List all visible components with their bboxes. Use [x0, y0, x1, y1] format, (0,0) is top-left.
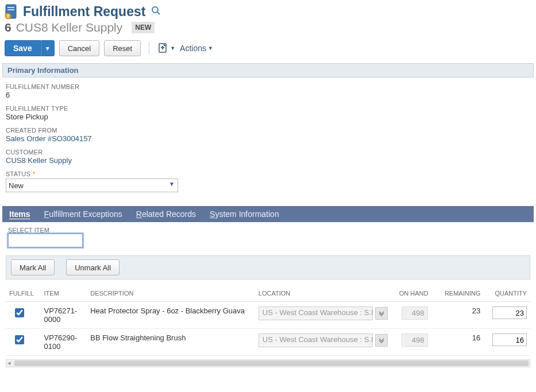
status-badge: NEW: [132, 22, 155, 33]
on-hand-value: 498: [402, 333, 428, 347]
required-star-icon: *: [33, 170, 35, 177]
location-field[interactable]: US - West Coast Warehouse : S.D: [259, 333, 373, 347]
search-icon[interactable]: [151, 6, 160, 17]
svg-rect-4: [7, 14, 9, 17]
divider: [149, 42, 149, 55]
record-type-icon: [5, 3, 18, 20]
cancel-button[interactable]: Cancel: [59, 40, 99, 56]
svg-point-6: [152, 7, 158, 13]
fulfillment-type-value: Store Pickup: [6, 112, 530, 121]
chevron-down-icon: ▼: [208, 45, 213, 51]
quantity-input[interactable]: [492, 333, 527, 346]
status-label: STATUS*: [6, 170, 530, 177]
actions-menu-label: Actions: [180, 44, 206, 53]
col-quantity[interactable]: QUANTITY: [484, 286, 530, 302]
item-description: BB Flow Straightening Brush: [87, 329, 255, 356]
tab-bar: Items Fulfillment Exceptions Related Rec…: [2, 206, 534, 222]
chevron-down-icon: ▼: [170, 45, 175, 51]
select-item-label: SELECT ITEM: [8, 227, 528, 234]
tab-system-information[interactable]: System Information: [210, 209, 279, 219]
item-code: VP76271-0000: [41, 302, 87, 329]
created-from-link[interactable]: Sales Order #SO3004157: [6, 134, 530, 143]
item-description: Heat Protector Spray - 6oz - Blackberry …: [87, 302, 255, 329]
location-field[interactable]: US - West Coast Warehouse : S.D: [259, 306, 373, 320]
location-dropdown-icon[interactable]: [375, 334, 388, 347]
reset-button[interactable]: Reset: [104, 40, 141, 56]
unmark-all-button[interactable]: Unmark All: [66, 259, 119, 275]
action-bar: Save ▼ Cancel Reset ▼ Actions ▼: [2, 40, 534, 63]
col-location[interactable]: LOCATION: [255, 286, 391, 302]
save-dropdown-button[interactable]: ▼: [41, 40, 55, 56]
customer-label: CUSTOMER: [6, 149, 530, 156]
remaining-value: 16: [431, 329, 484, 356]
horizontal-scrollbar[interactable]: [6, 359, 530, 367]
col-item[interactable]: ITEM: [41, 286, 87, 302]
section-header-primary: Primary Information: [2, 63, 534, 77]
table-row[interactable]: VP76271-0000Heat Protector Spray - 6oz -…: [6, 302, 530, 329]
quantity-input[interactable]: [492, 306, 527, 319]
customer-link[interactable]: CUS8 Keller Supply: [6, 156, 530, 165]
fulfill-checkbox[interactable]: [15, 335, 24, 344]
col-fulfill[interactable]: FULFILL: [6, 286, 41, 302]
tab-items[interactable]: Items: [9, 209, 30, 219]
on-hand-value: 498: [402, 306, 428, 320]
table-row[interactable]: VP76290-0100BB Flow Straightening BrushU…: [6, 329, 530, 356]
svg-line-7: [157, 12, 160, 14]
page-title: Fulfillment Request: [23, 4, 145, 20]
items-table: FULFILL ITEM DESCRIPTION LOCATION ON HAN…: [6, 286, 530, 356]
fulfillment-type-label: FULFILLMENT TYPE: [6, 105, 530, 112]
svg-rect-2: [7, 9, 14, 10]
remaining-value: 23: [431, 302, 484, 329]
location-dropdown-icon[interactable]: [375, 307, 388, 320]
fulfill-checkbox[interactable]: [15, 308, 24, 317]
save-button[interactable]: Save: [5, 40, 41, 56]
fulfillment-number-label: FULFILLMENT NUMBER: [6, 83, 530, 90]
item-code: VP76290-0100: [41, 329, 87, 356]
new-record-icon[interactable]: ▼: [157, 42, 175, 54]
svg-rect-5: [7, 17, 9, 18]
tab-related-records[interactable]: Related Records: [136, 209, 196, 219]
col-remaining[interactable]: REMAINING: [431, 286, 484, 302]
select-item-input[interactable]: [8, 234, 83, 247]
created-from-label: CREATED FROM: [6, 127, 530, 134]
svg-rect-1: [7, 7, 14, 8]
status-select[interactable]: New: [6, 178, 178, 192]
fulfillment-number-value: 6: [6, 91, 530, 99]
actions-menu[interactable]: Actions ▼: [180, 44, 213, 53]
scrollbar-thumb[interactable]: [14, 360, 529, 366]
mark-bar: Mark All Unmark All: [6, 255, 530, 280]
col-description[interactable]: DESCRIPTION: [87, 286, 255, 302]
col-on-hand[interactable]: ON HAND: [391, 286, 432, 302]
record-id: 6: [5, 21, 11, 34]
record-customer-name: CUS8 Keller Supply: [16, 21, 123, 34]
tab-fulfillment-exceptions[interactable]: Fulfillment Exceptions: [44, 209, 122, 219]
mark-all-button[interactable]: Mark All: [11, 259, 55, 275]
